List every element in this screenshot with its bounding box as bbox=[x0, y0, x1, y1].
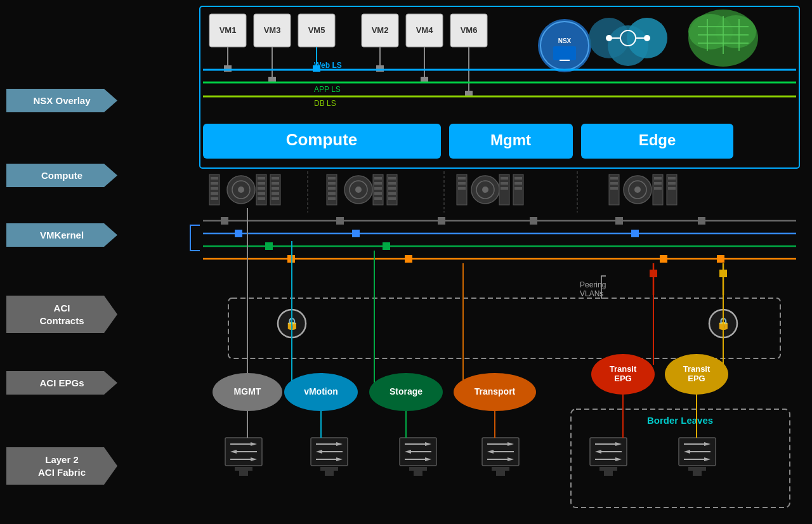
svg-rect-61 bbox=[388, 192, 396, 195]
vm5-label: VM5 bbox=[308, 25, 325, 35]
svg-rect-44 bbox=[328, 177, 336, 180]
server-9 bbox=[513, 174, 523, 205]
svg-rect-26 bbox=[211, 187, 218, 190]
svg-rect-163 bbox=[693, 471, 702, 476]
server-12 bbox=[667, 174, 677, 205]
svg-rect-75 bbox=[514, 182, 522, 185]
border-leaves-label: Border Leaves bbox=[647, 415, 713, 426]
nsx-overlay-label: NSX Overlay bbox=[6, 89, 117, 112]
peering-vlans-label: Peering bbox=[580, 280, 606, 289]
svg-rect-40 bbox=[272, 187, 279, 190]
svg-rect-28 bbox=[211, 197, 218, 200]
switch-1 bbox=[225, 438, 262, 476]
svg-rect-33 bbox=[258, 182, 265, 185]
peering-vlans-label2: VLANs bbox=[580, 289, 603, 298]
svg-rect-32 bbox=[258, 177, 265, 180]
svg-rect-35 bbox=[258, 192, 265, 195]
svg-rect-55 bbox=[374, 192, 382, 195]
layer2-fabric-label: Layer 2ACI Fabric bbox=[6, 447, 117, 485]
svg-rect-39 bbox=[272, 182, 279, 185]
svg-point-68 bbox=[482, 187, 488, 193]
svg-rect-135 bbox=[409, 467, 427, 471]
edge-cluster-label: Edge bbox=[639, 131, 676, 148]
svg-rect-56 bbox=[374, 197, 382, 200]
switch-2 bbox=[311, 438, 348, 476]
svg-point-7 bbox=[606, 35, 612, 41]
web-ls-label: Web LS bbox=[314, 61, 342, 70]
transit-epg-1-line2: EPG bbox=[614, 374, 631, 383]
svg-rect-78 bbox=[610, 177, 618, 180]
svg-rect-99 bbox=[631, 230, 639, 237]
server-6 bbox=[387, 174, 397, 205]
svg-rect-101 bbox=[383, 242, 390, 250]
svg-rect-71 bbox=[501, 182, 508, 185]
svg-rect-118 bbox=[239, 471, 248, 476]
svg-point-50 bbox=[355, 187, 362, 193]
server-8 bbox=[499, 174, 509, 205]
svg-rect-53 bbox=[374, 182, 382, 185]
switch-3 bbox=[400, 438, 436, 476]
aci-epgs-label: ACI EPGs bbox=[6, 371, 117, 395]
svg-rect-76 bbox=[514, 187, 522, 190]
svg-rect-91 bbox=[221, 217, 228, 225]
svg-text:NSX: NSX bbox=[558, 37, 572, 44]
switch-5-border bbox=[590, 438, 627, 476]
server-3 bbox=[270, 174, 280, 205]
svg-rect-104 bbox=[660, 255, 667, 263]
svg-rect-46 bbox=[328, 187, 336, 190]
svg-rect-79 bbox=[610, 182, 618, 185]
svg-rect-93 bbox=[438, 217, 445, 225]
svg-rect-103 bbox=[405, 255, 412, 263]
svg-rect-154 bbox=[604, 471, 613, 476]
switch-4 bbox=[482, 438, 519, 476]
left-labels-panel: NSX Overlay Compute VMKernel ACIContract… bbox=[6, 0, 133, 524]
vm6-label: VM6 bbox=[461, 25, 478, 35]
svg-rect-62 bbox=[388, 197, 396, 200]
svg-rect-41 bbox=[272, 192, 279, 195]
vm3-label: VM3 bbox=[264, 25, 281, 35]
svg-rect-25 bbox=[211, 182, 218, 185]
svg-rect-70 bbox=[501, 177, 508, 180]
vmotion-epg-label: vMotion bbox=[304, 386, 338, 396]
svg-rect-98 bbox=[352, 230, 360, 237]
server-4 bbox=[327, 174, 337, 205]
compute-label: Compute bbox=[6, 164, 117, 187]
server-2 bbox=[256, 174, 266, 205]
svg-rect-126 bbox=[320, 467, 338, 471]
server-1 bbox=[209, 174, 219, 205]
svg-rect-66 bbox=[458, 187, 466, 190]
svg-rect-80 bbox=[610, 187, 618, 190]
svg-rect-92 bbox=[336, 217, 344, 225]
svg-rect-54 bbox=[374, 187, 382, 190]
svg-rect-36 bbox=[258, 197, 265, 200]
svg-point-8 bbox=[644, 35, 650, 41]
svg-rect-145 bbox=[496, 471, 505, 476]
svg-rect-105 bbox=[717, 255, 724, 263]
transit-epg-2-line2: EPG bbox=[688, 374, 705, 383]
svg-rect-64 bbox=[458, 177, 466, 180]
vmkernel-bracket bbox=[190, 225, 200, 251]
transit-epg-1-line1: Transit bbox=[610, 364, 637, 374]
switch-6-border bbox=[679, 438, 716, 476]
svg-rect-38 bbox=[272, 177, 279, 180]
svg-rect-127 bbox=[325, 471, 334, 476]
svg-rect-144 bbox=[492, 467, 509, 471]
aci-contracts-dashed-box bbox=[228, 298, 780, 358]
svg-rect-84 bbox=[654, 177, 662, 180]
svg-rect-117 bbox=[235, 467, 252, 471]
svg-rect-100 bbox=[265, 242, 273, 250]
svg-rect-136 bbox=[414, 471, 422, 476]
server-5 bbox=[373, 174, 383, 205]
svg-rect-52 bbox=[374, 177, 382, 180]
mgmt-cluster-label: Mgmt bbox=[490, 131, 531, 148]
transit-epg-2-line1: Transit bbox=[683, 364, 710, 374]
svg-rect-74 bbox=[514, 177, 522, 180]
server-11 bbox=[653, 174, 663, 205]
svg-rect-60 bbox=[388, 187, 396, 190]
svg-rect-48 bbox=[328, 197, 336, 200]
vm4-label: VM4 bbox=[416, 25, 434, 35]
svg-point-82 bbox=[634, 187, 641, 193]
svg-rect-72 bbox=[501, 187, 508, 190]
vm1-label: VM1 bbox=[219, 25, 237, 35]
db-ls-label: DB LS bbox=[314, 99, 336, 108]
